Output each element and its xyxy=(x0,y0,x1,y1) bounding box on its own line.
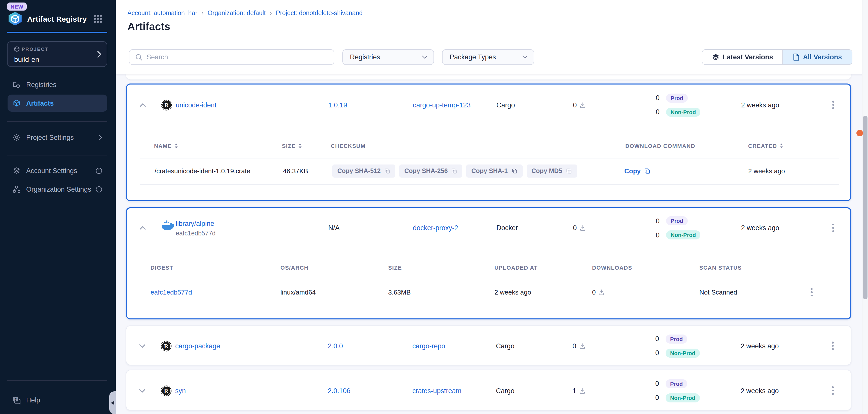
copy-icon xyxy=(384,168,390,174)
sort-icon xyxy=(174,143,178,149)
row-menu-kebab-icon[interactable] xyxy=(829,340,836,351)
copy-sha-256-button[interactable]: Copy SHA-256 xyxy=(399,165,462,178)
copy-icon xyxy=(644,168,650,174)
nonprod-badge: Non-Prod xyxy=(666,107,700,116)
column-header-name[interactable]: NAME xyxy=(154,143,178,149)
new-badge: NEW xyxy=(7,2,27,10)
artifact-version-link[interactable]: 2.0.106 xyxy=(328,387,350,394)
latest-versions-label: Latest Versions xyxy=(723,53,773,61)
artifact-name-link[interactable]: library/alpine xyxy=(176,220,214,228)
sidebar-item-help[interactable]: ? Help xyxy=(7,391,107,409)
artifact-registry-link[interactable]: cargo-repo xyxy=(412,342,445,350)
image-size: 3.63MB xyxy=(388,288,411,296)
prod-badge-row: 0 Prod xyxy=(646,216,688,226)
sidebar-item-account-settings[interactable]: Account Settings xyxy=(7,162,107,179)
layers-icon xyxy=(712,53,719,61)
svg-text:R: R xyxy=(164,387,168,394)
digest-link[interactable]: eafc1edb577d xyxy=(151,288,192,296)
row-menu-kebab-icon[interactable] xyxy=(829,385,836,396)
prod-count: 0 xyxy=(646,217,659,225)
expand-chevron-icon[interactable] xyxy=(139,389,146,392)
project-selector[interactable]: PROJECT build-en xyxy=(7,41,107,67)
copy-sha-512-button[interactable]: Copy SHA-512 xyxy=(332,165,395,178)
column-header-created[interactable]: CREATED xyxy=(748,143,784,149)
artifact-name-block: library/alpine eafc1edb577d xyxy=(176,219,216,237)
info-icon xyxy=(96,186,102,193)
artifact-registry-link[interactable]: cargo-up-temp-123 xyxy=(413,101,471,109)
nonprod-count: 0 xyxy=(646,108,659,116)
artifact-name-link[interactable]: syn xyxy=(175,387,186,394)
artifact-version-link[interactable]: 1.0.19 xyxy=(328,101,347,109)
scrollbar-thumb[interactable] xyxy=(863,116,867,299)
file-size: 46.37KB xyxy=(283,167,308,175)
search-input[interactable]: Search xyxy=(129,49,334,65)
sort-icon xyxy=(780,143,784,149)
document-icon xyxy=(793,53,800,61)
package-types-filter-dropdown[interactable]: Package Types xyxy=(442,49,534,65)
sidebar-item-registries[interactable]: Registries xyxy=(7,76,107,93)
search-icon xyxy=(135,54,143,61)
column-header-download-command: DOWNLOAD COMMAND xyxy=(625,143,695,149)
breadcrumb-organization-link[interactable]: Organization: default xyxy=(208,9,266,16)
collapse-chevron-icon[interactable] xyxy=(140,226,146,230)
artifact-row: R cargo-package 2.0.0 cargo-repo Cargo 0… xyxy=(126,326,851,366)
sidebar-accent-divider xyxy=(7,32,107,33)
all-versions-button[interactable]: All Versions xyxy=(783,50,852,64)
checksum-buttons: Copy SHA-512 Copy SHA-256 Copy SHA-1 Cop… xyxy=(332,165,577,178)
nonprod-badge-row: 0 Non-Prod xyxy=(645,393,700,402)
column-header-size: SIZE xyxy=(388,265,402,271)
breadcrumb: Account: automation_har › Organization: … xyxy=(127,9,363,16)
downloads-count: 1 xyxy=(572,387,585,394)
app-grid-icon[interactable] xyxy=(94,14,102,23)
artifact-version-link[interactable]: 2.0.0 xyxy=(328,342,343,350)
table-divider xyxy=(140,305,839,305)
copy-icon xyxy=(566,168,572,174)
copy-icon xyxy=(511,168,517,174)
row-menu-kebab-icon[interactable] xyxy=(830,222,837,233)
column-header-size[interactable]: SIZE xyxy=(282,143,302,149)
artifact-registry-link[interactable]: docker-proxy-2 xyxy=(413,224,458,232)
sidebar-item-organization-settings[interactable]: Organization Settings xyxy=(7,181,107,198)
column-header-downloads: DOWNLOADS xyxy=(592,265,632,271)
download-icon xyxy=(579,343,585,349)
prod-count: 0 xyxy=(646,94,659,102)
copy-icon xyxy=(452,168,457,174)
nonprod-badge: Non-Prod xyxy=(665,393,700,402)
versions-view-toggle: Latest Versions All Versions xyxy=(702,49,852,65)
latest-versions-button[interactable]: Latest Versions xyxy=(702,50,783,64)
created-at: 2 weeks ago xyxy=(741,101,779,109)
sidebar: NEW Artifact Registry PROJECT build-en xyxy=(0,0,116,414)
page-header: Account: automation_har › Organization: … xyxy=(116,0,868,74)
cargo-package-icon: R xyxy=(161,385,172,396)
row-menu-kebab-icon[interactable] xyxy=(830,99,837,110)
collapse-chevron-icon[interactable] xyxy=(140,103,146,107)
copy-md5-button[interactable]: Copy MD5 xyxy=(526,165,577,178)
copy-download-command-button[interactable]: Copy xyxy=(624,167,650,175)
expand-chevron-icon[interactable] xyxy=(139,344,146,348)
nonprod-badge-row: 0 Non-Prod xyxy=(645,348,700,357)
breadcrumb-project-link[interactable]: Project: donotdelete-shivanand xyxy=(276,9,363,16)
sidebar-collapse-handle[interactable] xyxy=(109,391,116,414)
chevron-down-icon xyxy=(522,55,528,59)
breadcrumb-separator: › xyxy=(270,9,272,16)
page-title: Artifacts xyxy=(127,21,170,33)
package-type: Cargo xyxy=(496,342,515,350)
artifact-name-link[interactable]: unicode-ident xyxy=(176,101,217,109)
file-row: /cratesunicode-ident-1.0.19.crate 46.37K… xyxy=(127,158,850,184)
cargo-package-icon: R xyxy=(161,340,172,351)
artifact-row: R syn 2.0.106 crates-upstream Cargo 1 0 … xyxy=(126,370,851,411)
app-logo-cube-icon xyxy=(7,11,23,26)
sidebar-item-artifacts[interactable]: Artifacts xyxy=(7,95,107,112)
registries-filter-dropdown[interactable]: Registries xyxy=(342,49,434,65)
digest-downloads: 0 xyxy=(592,288,605,296)
artifact-registry-link[interactable]: crates-upstream xyxy=(412,387,461,394)
sidebar-divider xyxy=(7,121,107,122)
docker-package-icon xyxy=(161,220,174,231)
org-chart-icon xyxy=(12,185,21,193)
breadcrumb-account-link[interactable]: Account: automation_har xyxy=(127,9,197,16)
artifact-card-syn: R syn 2.0.106 crates-upstream Cargo 1 0 … xyxy=(126,370,851,411)
sidebar-item-project-settings[interactable]: Project Settings xyxy=(7,129,107,146)
row-menu-kebab-icon[interactable] xyxy=(808,287,815,298)
copy-sha-1-button[interactable]: Copy SHA-1 xyxy=(466,165,522,178)
artifact-name-link[interactable]: cargo-package xyxy=(175,342,220,350)
